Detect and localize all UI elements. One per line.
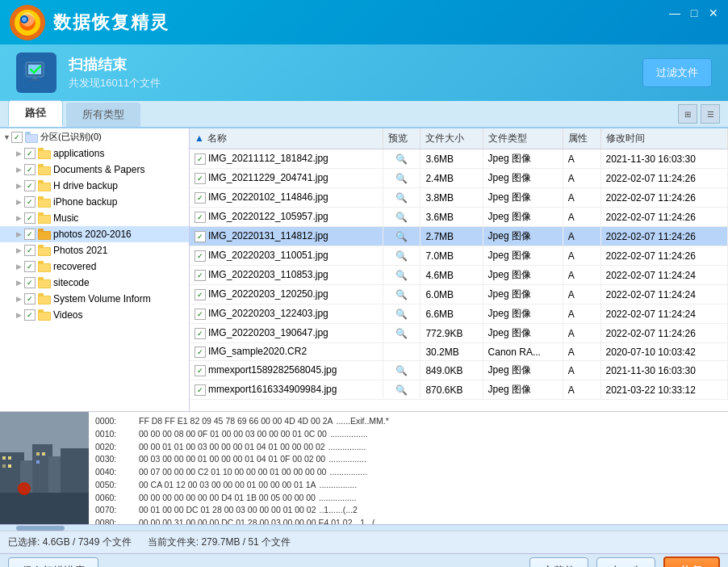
tab-all-types[interactable]: 所有类型 — [66, 103, 140, 127]
tree-item[interactable]: ▶✓applications — [0, 145, 189, 162]
magnify-icon[interactable]: 🔍 — [395, 250, 408, 262]
svg-rect-32 — [39, 248, 50, 255]
row-checkbox[interactable]: ✓ — [195, 289, 206, 300]
magnify-icon[interactable]: 🔍 — [395, 384, 408, 396]
cell-preview[interactable]: 🔍 — [383, 304, 420, 324]
row-checkbox[interactable]: ✓ — [195, 309, 206, 320]
cell-preview[interactable]: 🔍 — [383, 208, 420, 227]
item-checkbox[interactable]: ✓ — [24, 229, 36, 240]
row-checkbox[interactable]: ✓ — [195, 365, 206, 376]
table-row[interactable]: ✓IMG_20220122_105957.jpg🔍3.6MBJpeg 图像A20… — [190, 208, 728, 227]
magnify-icon[interactable]: 🔍 — [395, 173, 408, 184]
item-checkbox[interactable]: ✓ — [24, 148, 36, 159]
prev-button[interactable]: 上一步 — [596, 557, 655, 568]
magnify-icon[interactable]: 🔍 — [395, 192, 408, 204]
magnify-icon[interactable]: 🔍 — [395, 231, 408, 242]
magnify-icon[interactable]: 🔍 — [395, 270, 408, 281]
tree-item[interactable]: ▶✓Music — [0, 210, 189, 226]
table-row[interactable]: ✓mmexport1616334909984.jpg🔍870.6KBJpeg 图… — [190, 380, 728, 400]
tree-item[interactable]: ▶✓Videos — [0, 307, 189, 323]
magnify-icon[interactable]: 🔍 — [395, 212, 408, 223]
item-checkbox[interactable]: ✓ — [24, 309, 36, 321]
list-view-button[interactable]: ☰ — [701, 104, 720, 124]
minimize-button[interactable]: — — [668, 6, 681, 19]
cell-attr: A — [563, 304, 600, 324]
row-checkbox[interactable]: ✓ — [195, 328, 206, 339]
tree-item[interactable]: ▶✓H drive backup — [0, 178, 189, 194]
magnify-icon[interactable]: 🔍 — [395, 365, 408, 376]
cell-preview[interactable]: 🔍 — [383, 361, 420, 380]
table-row[interactable]: ✓IMG_20220203_122403.jpg🔍6.6MBJpeg 图像A20… — [190, 304, 728, 324]
cell-type: Jpeg 图像 — [483, 188, 563, 208]
file-panel[interactable]: ▲名称 预览 文件大小 文件类型 属性 修改时间 ✓IMG_20211112_1… — [190, 128, 728, 411]
scroll-area[interactable] — [0, 524, 728, 531]
table-row[interactable]: ✓IMG_20211229_204741.jpg🔍2.4MBJpeg 图像A20… — [190, 169, 728, 188]
row-checkbox[interactable]: ✓ — [195, 250, 206, 262]
item-checkbox[interactable]: ✓ — [24, 245, 36, 256]
restore-button[interactable]: 恢复 — [663, 556, 720, 568]
tab-path[interactable]: 路径 — [8, 100, 63, 127]
row-checkbox[interactable]: ✓ — [195, 192, 206, 204]
row-checkbox[interactable]: ✓ — [195, 346, 206, 358]
root-checkbox[interactable]: ✓ — [11, 132, 23, 143]
table-row[interactable]: ✓IMG_20220203_110051.jpg🔍7.0MBJpeg 图像A20… — [190, 246, 728, 266]
cell-size: 3.8MB — [420, 188, 483, 208]
cell-preview[interactable]: 🔍 — [383, 169, 420, 188]
row-checkbox[interactable]: ✓ — [195, 231, 206, 242]
row-checkbox[interactable]: ✓ — [195, 153, 206, 165]
tree-item[interactable]: ▶✓sitecode — [0, 275, 189, 291]
item-checkbox[interactable]: ✓ — [24, 293, 36, 304]
cell-preview[interactable]: 🔍 — [383, 227, 420, 246]
row-checkbox[interactable]: ✓ — [195, 212, 206, 223]
cell-preview[interactable]: 🔍 — [383, 149, 420, 169]
cell-preview[interactable]: 🔍 — [383, 246, 420, 266]
grid-view-button[interactable]: ⊞ — [678, 104, 697, 124]
tree-item[interactable]: ▶✓Documents & Papers — [0, 162, 189, 178]
item-checkbox[interactable]: ✓ — [24, 180, 36, 191]
cell-preview[interactable]: 🔍 — [383, 188, 420, 208]
close-button[interactable]: ✕ — [707, 6, 720, 19]
tree-item[interactable]: ▶✓iPhone backup — [0, 194, 189, 210]
cell-type: Jpeg 图像 — [483, 304, 563, 324]
tree-item[interactable]: ▶✓Photos 2021 — [0, 242, 189, 258]
save-scan-button[interactable]: 保存扫描进度 — [8, 557, 98, 568]
table-row[interactable]: ✓IMG_20220203_110853.jpg🔍4.6MBJpeg 图像A20… — [190, 266, 728, 285]
svg-rect-57 — [42, 452, 45, 456]
scroll-thumb[interactable] — [16, 526, 65, 531]
svg-point-4 — [22, 17, 27, 22]
row-checkbox[interactable]: ✓ — [195, 173, 206, 184]
table-row[interactable]: ✓IMG_20220102_114846.jpg🔍3.8MBJpeg 图像A20… — [190, 188, 728, 208]
tree-item[interactable]: ▶✓photos 2020-2016 — [0, 226, 189, 242]
item-checkbox[interactable]: ✓ — [24, 164, 36, 175]
maximize-button[interactable]: □ — [688, 6, 701, 19]
svg-rect-55 — [8, 464, 11, 468]
item-checkbox[interactable]: ✓ — [24, 261, 36, 272]
item-checkbox[interactable]: ✓ — [24, 196, 36, 208]
row-checkbox[interactable]: ✓ — [195, 384, 206, 396]
magnify-icon[interactable]: 🔍 — [395, 309, 408, 320]
table-row[interactable]: ✓IMG_sample2020.CR230.2MBCanon RA...A202… — [190, 343, 728, 361]
item-checkbox[interactable]: ✓ — [24, 212, 36, 224]
cell-preview[interactable]: 🔍 — [383, 324, 420, 343]
tree-item[interactable]: ▶✓recovered — [0, 258, 189, 275]
item-checkbox[interactable]: ✓ — [24, 277, 36, 288]
cell-preview[interactable]: 🔍 — [383, 380, 420, 400]
magnify-icon[interactable]: 🔍 — [395, 289, 408, 300]
magnify-icon[interactable]: 🔍 — [395, 328, 408, 339]
main-menu-button[interactable]: 主菜单 — [529, 557, 588, 568]
cell-preview[interactable]: 🔍 — [383, 266, 420, 285]
table-row[interactable]: ✓mmexport1589282568045.jpg🔍849.0KBJpeg 图… — [190, 361, 728, 380]
col-header-attr: 属性 — [563, 128, 600, 149]
row-checkbox[interactable]: ✓ — [195, 270, 206, 281]
table-row[interactable]: ✓IMG_20220131_114812.jpg🔍2.7MBJpeg 图像A20… — [190, 227, 728, 246]
cell-preview[interactable]: 🔍 — [383, 285, 420, 304]
table-row[interactable]: ✓IMG_20220203_120250.jpg🔍6.0MBJpeg 图像A20… — [190, 285, 728, 304]
cell-preview[interactable] — [383, 343, 420, 361]
tree-item[interactable]: ▶✓System Volume Inform — [0, 291, 189, 307]
magnify-icon[interactable]: 🔍 — [395, 153, 408, 165]
svg-rect-23 — [39, 200, 50, 207]
table-row[interactable]: ✓IMG_20220203_190647.jpg🔍772.9KBJpeg 图像A… — [190, 324, 728, 343]
filter-button[interactable]: 过滤文件 — [642, 58, 712, 87]
table-row[interactable]: ✓IMG_20211112_181842.jpg🔍3.6MBJpeg 图像A20… — [190, 149, 728, 169]
tree-root[interactable]: ▼ ✓ 分区(已识别)(0) — [0, 128, 189, 145]
